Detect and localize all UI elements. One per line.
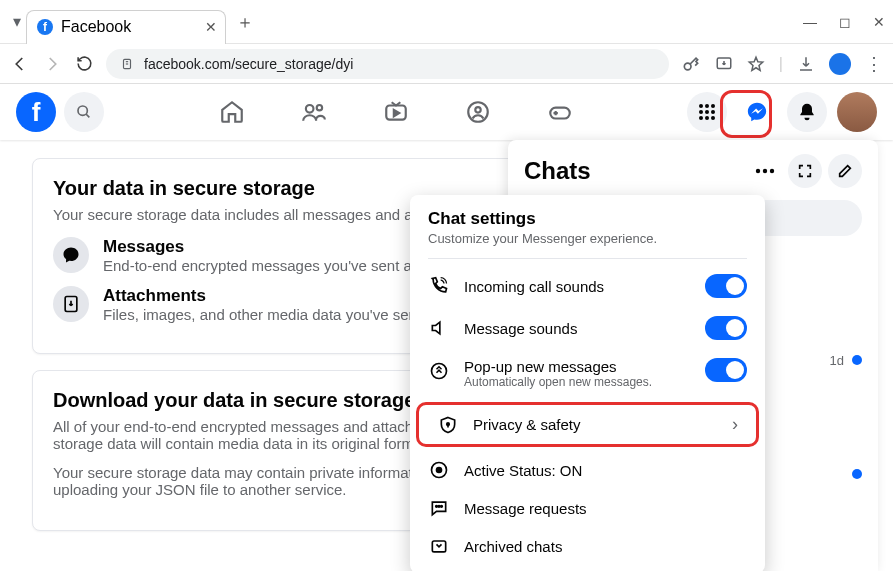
row-popup-messages[interactable]: Pop-up new messages Automatically open n… [410, 349, 765, 398]
chat-settings-popup: Chat settings Customize your Messenger e… [410, 195, 765, 571]
nav-forward [42, 54, 62, 74]
compose-chat-icon[interactable] [828, 154, 862, 188]
svg-point-16 [699, 110, 703, 114]
nav-gaming-icon[interactable] [547, 99, 573, 125]
window-maximize[interactable]: ◻ [839, 14, 851, 30]
unread-dot [852, 469, 862, 479]
svg-point-19 [699, 116, 703, 120]
nav-groups-icon[interactable] [465, 99, 491, 125]
svg-point-24 [763, 169, 767, 173]
message-requests-icon [428, 498, 450, 518]
toggle-popup[interactable] [705, 358, 747, 382]
svg-rect-12 [550, 108, 570, 119]
facebook-logo[interactable]: f [16, 92, 56, 132]
svg-point-20 [705, 116, 709, 120]
row-archived-chats[interactable]: Archived chats [410, 527, 765, 565]
label-requests: Message requests [464, 500, 747, 517]
attachments-icon [53, 286, 89, 322]
fb-search-button[interactable] [64, 92, 104, 132]
label-popup-sub: Automatically open new messages. [464, 375, 691, 389]
tab-menu-caret[interactable]: ▾ [8, 12, 26, 31]
svg-point-3 [684, 63, 691, 70]
settings-title: Chat settings [410, 209, 765, 229]
facebook-favicon: f [37, 19, 53, 35]
nav-home-icon[interactable] [219, 99, 245, 125]
svg-point-25 [770, 169, 774, 173]
svg-point-14 [705, 104, 709, 108]
svg-point-8 [316, 105, 321, 110]
chevron-right-icon: › [732, 414, 738, 435]
nav-back[interactable] [10, 54, 30, 74]
row-active-status[interactable]: Active Status: ON [410, 451, 765, 489]
nav-watch-icon[interactable] [383, 99, 409, 125]
svg-point-29 [437, 468, 442, 473]
svg-point-13 [699, 104, 703, 108]
window-minimize[interactable]: — [803, 14, 817, 30]
svg-point-21 [711, 116, 715, 120]
speaker-icon [428, 318, 450, 338]
label-msg-sounds: Message sounds [464, 320, 691, 337]
label-archived: Archived chats [464, 538, 747, 555]
label-active: Active Status: ON [464, 462, 747, 479]
chat-time: 1d [830, 353, 844, 368]
address-bar[interactable]: facebook.com/secure_storage/dyi [106, 49, 669, 79]
close-tab-icon[interactable]: ✕ [205, 19, 217, 35]
bookmark-star-icon[interactable] [747, 55, 765, 73]
phone-icon [428, 276, 450, 296]
key-icon[interactable] [681, 54, 701, 74]
messages-icon [53, 237, 89, 273]
toggle-incoming[interactable] [705, 274, 747, 298]
window-close[interactable]: ✕ [873, 14, 885, 30]
row-message-requests[interactable]: Message requests [410, 489, 765, 527]
unread-dot [852, 355, 862, 365]
label-popup: Pop-up new messages [464, 358, 691, 375]
browser-tab[interactable]: f Facebook ✕ [26, 10, 226, 44]
svg-point-7 [305, 105, 313, 113]
label-incoming: Incoming call sounds [464, 278, 691, 295]
label-privacy: Privacy & safety [473, 416, 718, 433]
svg-point-15 [711, 104, 715, 108]
popup-icon [428, 361, 450, 381]
settings-subtitle: Customize your Messenger experience. [410, 229, 765, 256]
svg-point-17 [705, 110, 709, 114]
highlight-messenger [720, 90, 772, 138]
expand-chats-icon[interactable] [788, 154, 822, 188]
row-message-sounds[interactable]: Message sounds [410, 307, 765, 349]
active-status-icon [428, 460, 450, 480]
chrome-menu-icon[interactable]: ⋮ [865, 53, 883, 75]
chrome-profile[interactable] [829, 53, 851, 75]
svg-point-18 [711, 110, 715, 114]
download-icon[interactable] [797, 55, 815, 73]
svg-point-31 [438, 506, 440, 508]
svg-point-23 [756, 169, 760, 173]
new-tab-button[interactable]: ＋ [236, 10, 254, 34]
row-privacy-safety[interactable]: Privacy & safety › [416, 402, 759, 447]
row-incoming-sounds[interactable]: Incoming call sounds [410, 265, 765, 307]
install-icon[interactable] [715, 55, 733, 73]
shield-icon [437, 415, 459, 435]
toggle-msg-sounds[interactable] [705, 316, 747, 340]
chats-title: Chats [524, 157, 742, 185]
divider [428, 258, 747, 259]
svg-line-6 [86, 114, 89, 117]
chat-options-icon[interactable] [748, 154, 782, 188]
svg-point-5 [78, 106, 87, 115]
tab-title: Facebook [61, 18, 131, 36]
archive-icon [428, 536, 450, 556]
nav-reload[interactable] [74, 54, 94, 74]
notifications-icon[interactable] [787, 92, 827, 132]
svg-point-11 [475, 107, 480, 112]
svg-point-32 [441, 506, 443, 508]
svg-point-30 [436, 506, 438, 508]
nav-friends-icon[interactable] [301, 99, 327, 125]
account-avatar[interactable] [837, 92, 877, 132]
url-text: facebook.com/secure_storage/dyi [144, 56, 353, 72]
